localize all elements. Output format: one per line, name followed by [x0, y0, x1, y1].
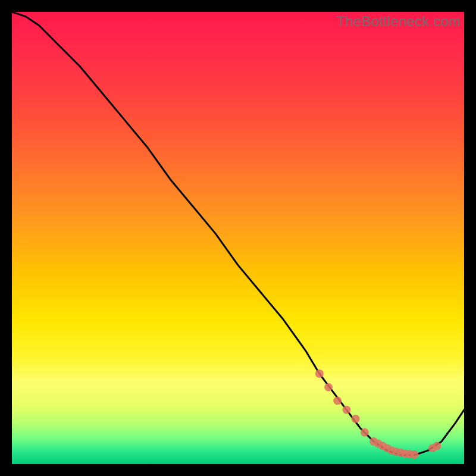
highlight-dot [333, 397, 342, 405]
highlight-dot [433, 442, 441, 450]
highlight-dot [324, 383, 333, 392]
highlight-dot [315, 369, 324, 378]
chart-svg [12, 12, 464, 464]
chart-curve-group [12, 12, 464, 455]
highlight-dots-group [315, 369, 441, 459]
highlight-dot [361, 428, 369, 437]
highlight-dot [352, 415, 360, 423]
chart-plot-area: TheBottleneck.com [12, 12, 464, 464]
highlight-dot [342, 406, 350, 414]
highlight-dot [410, 450, 418, 459]
chart-frame: TheBottleneck.com [0, 0, 476, 476]
series-curve [12, 12, 464, 455]
